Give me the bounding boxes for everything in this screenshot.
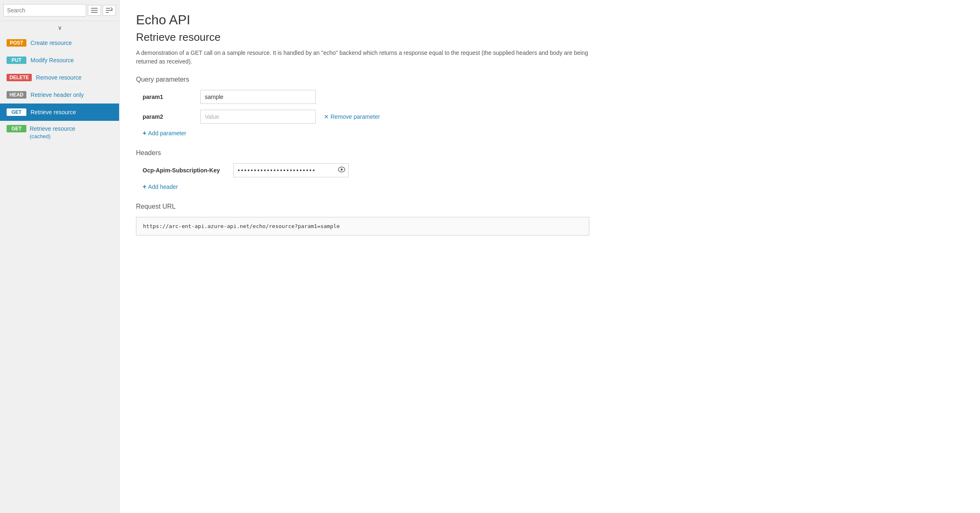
operation-description: A demonstration of a GET call on a sampl… <box>136 49 589 66</box>
post-label: Create resource <box>30 40 72 46</box>
query-params-section: Query parameters param1 param2 ✕ Remove … <box>136 76 964 137</box>
page-title: Echo API <box>136 12 964 28</box>
head-label: Retrieve header only <box>30 92 84 98</box>
post-badge: POST <box>7 39 26 47</box>
filter-icon <box>91 7 98 13</box>
eye-icon <box>338 167 345 172</box>
param-row-param1: param1 <box>136 90 964 104</box>
header-row-subscription-key: Ocp-Apim-Subscription-Key <box>136 163 964 177</box>
plus-icon: + <box>143 129 146 137</box>
toggle-password-button[interactable] <box>338 167 345 174</box>
get-cached-badge: GET <box>7 125 26 132</box>
main-content: Echo API Retrieve resource A demonstrati… <box>120 0 980 513</box>
add-header-button[interactable]: + Add header <box>136 183 178 191</box>
chevron-toggle[interactable]: ∨ <box>0 21 119 34</box>
request-url-label: Request URL <box>136 203 964 210</box>
param2-input[interactable] <box>200 110 316 124</box>
add-param-label: Add parameter <box>148 130 186 136</box>
sidebar-item-get-cached[interactable]: GET Retrieve resource (cached) <box>0 121 119 144</box>
param2-name: param2 <box>143 113 192 120</box>
sidebar-item-get-retrieve[interactable]: GET Retrieve resource <box>0 104 119 121</box>
add-parameter-button[interactable]: + Add parameter <box>136 129 186 137</box>
sidebar-item-put-modify[interactable]: PUT Modify Resource <box>0 52 119 69</box>
filter-button[interactable] <box>88 5 101 16</box>
head-badge: HEAD <box>7 91 26 99</box>
query-params-label: Query parameters <box>136 76 964 83</box>
request-url-section: Request URL https://arc-ent-api.azure-ap… <box>136 203 964 235</box>
request-url-value: https://arc-ent-api.azure-api.net/echo/r… <box>136 217 589 235</box>
get-active-label: Retrieve resource <box>30 109 76 115</box>
operation-title: Retrieve resource <box>136 31 964 44</box>
get-active-badge: GET <box>7 108 26 116</box>
subscription-key-wrapper <box>233 163 349 177</box>
delete-label: Remove resource <box>36 74 82 81</box>
svg-point-7 <box>341 169 343 171</box>
param-row-param2: param2 ✕ Remove parameter <box>136 110 964 124</box>
subscription-key-input[interactable] <box>233 163 349 177</box>
headers-section: Headers Ocp-Apim-Subscription-Key + Add … <box>136 149 964 191</box>
delete-badge: DELETE <box>7 74 32 81</box>
search-bar <box>0 0 119 21</box>
x-icon: ✕ <box>324 113 329 120</box>
sort-button[interactable] <box>103 5 116 16</box>
get-cached-subtitle: (cached) <box>7 133 51 139</box>
put-badge: PUT <box>7 56 26 64</box>
sidebar-item-delete-remove[interactable]: DELETE Remove resource <box>0 69 119 86</box>
search-input[interactable] <box>3 4 86 16</box>
param1-input[interactable] <box>200 90 316 104</box>
get-cached-label: Retrieve resource <box>30 125 75 132</box>
subscription-key-name: Ocp-Apim-Subscription-Key <box>143 167 225 174</box>
nav-items: POST Create resource PUT Modify Resource… <box>0 34 119 144</box>
remove-param-label: Remove parameter <box>331 113 380 120</box>
get-cached-row: GET Retrieve resource <box>7 125 75 132</box>
sidebar-item-head-retrieve[interactable]: HEAD Retrieve header only <box>0 86 119 104</box>
remove-parameter-button[interactable]: ✕ Remove parameter <box>324 113 380 120</box>
param1-name: param1 <box>143 94 192 100</box>
put-label: Modify Resource <box>30 57 74 64</box>
chevron-down-icon: ∨ <box>58 24 62 31</box>
sidebar-item-post-create[interactable]: POST Create resource <box>0 34 119 52</box>
headers-label: Headers <box>136 149 964 157</box>
sort-icon <box>106 7 113 13</box>
sidebar: ∨ POST Create resource PUT Modify Resour… <box>0 0 120 513</box>
plus-icon-header: + <box>143 183 146 191</box>
add-header-label: Add header <box>148 184 178 190</box>
